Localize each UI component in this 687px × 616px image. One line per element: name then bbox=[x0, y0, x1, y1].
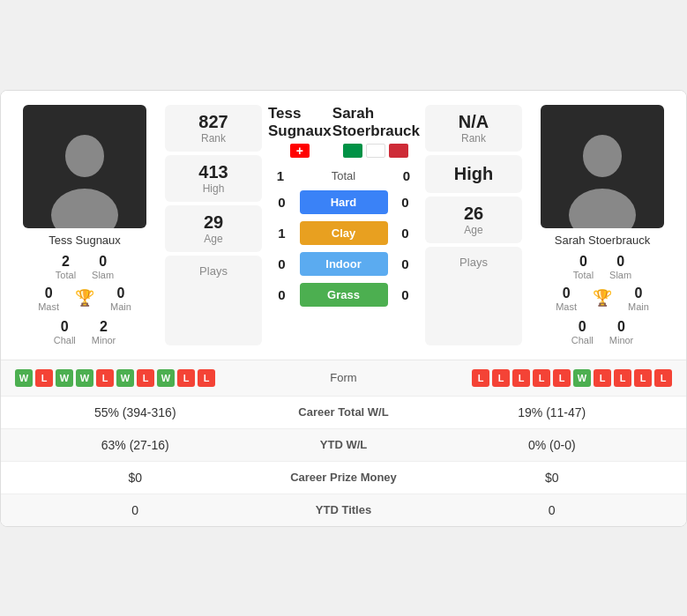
form-badge: W bbox=[76, 369, 93, 387]
right-rank-value: N/A bbox=[429, 112, 519, 132]
right-rank-label: Rank bbox=[429, 132, 519, 145]
form-badge: L bbox=[137, 369, 154, 387]
form-badge: L bbox=[198, 369, 215, 387]
right-form-badges: LLLLLWLLLL bbox=[395, 369, 673, 387]
stats-center-1: YTD W/L bbox=[256, 438, 432, 451]
left-total-label: Total bbox=[56, 270, 76, 280]
right-total-value: 0 bbox=[579, 254, 587, 270]
right-high-box: High bbox=[425, 155, 522, 193]
right-chall-stat: 0 Chall bbox=[571, 319, 594, 345]
hard-right-count: 0 bbox=[395, 195, 416, 210]
left-flag-row bbox=[290, 144, 310, 158]
left-chall-value: 0 bbox=[61, 319, 69, 335]
right-high-value: High bbox=[429, 164, 519, 184]
surface-grass-btn[interactable]: Grass bbox=[300, 283, 388, 307]
right-total-stat: 0 Total bbox=[573, 254, 594, 280]
left-chall-label: Chall bbox=[54, 335, 76, 345]
form-badge: L bbox=[553, 369, 571, 387]
form-badge: L bbox=[654, 369, 672, 387]
left-rank-value: 827 bbox=[168, 112, 258, 132]
left-high-box: 413 High bbox=[165, 155, 262, 202]
right-flag-1 bbox=[343, 144, 362, 158]
grass-left-count: 0 bbox=[272, 287, 293, 302]
left-total-value: 2 bbox=[62, 254, 70, 270]
left-high-value: 413 bbox=[168, 162, 258, 182]
left-minor-label: Minor bbox=[92, 335, 116, 345]
right-header-name: SarahStoerbrauck bbox=[332, 105, 420, 141]
form-badge: W bbox=[15, 369, 33, 387]
center-column: TessSugnaux SarahStoerbrauck 1 bbox=[267, 105, 420, 345]
left-player-name: Tess Sugnaux bbox=[49, 234, 121, 247]
surface-row-hard: 0 Hard 0 bbox=[267, 190, 420, 214]
left-plays-label: Plays bbox=[199, 264, 228, 278]
left-stats-row2: 0 Mast 🏆 0 Main bbox=[38, 286, 131, 312]
form-badge: L bbox=[96, 369, 114, 387]
left-minor-stat: 2 Minor bbox=[92, 319, 116, 345]
surface-row-clay: 1 Clay 0 bbox=[267, 221, 420, 245]
left-stats-row3: 0 Chall 2 Minor bbox=[54, 319, 116, 345]
hard-left-count: 0 bbox=[272, 195, 293, 210]
stats-left-3: 0 bbox=[15, 503, 256, 517]
left-player-card: Tess Sugnaux 2 Total 0 Slam 0 Mast 🏆 bbox=[10, 105, 160, 345]
right-minor-stat: 0 Minor bbox=[609, 319, 634, 345]
left-player-avatar bbox=[23, 105, 146, 228]
right-trophy-icon: 🏆 bbox=[593, 288, 612, 308]
right-plays-box: Plays bbox=[425, 247, 522, 345]
left-main-label: Main bbox=[110, 301, 131, 312]
right-player-card: Sarah Stoerbrauck 0 Total 0 Slam 0 Mast … bbox=[527, 105, 677, 345]
right-chall-label: Chall bbox=[571, 335, 594, 345]
right-age-box: 26 Age bbox=[425, 197, 522, 243]
surface-clay-btn[interactable]: Clay bbox=[300, 221, 388, 245]
left-chall-stat: 0 Chall bbox=[54, 319, 76, 345]
stats-left-1: 63% (27-16) bbox=[15, 438, 256, 452]
right-mast-value: 0 bbox=[563, 286, 571, 301]
form-label: Form bbox=[300, 371, 388, 384]
right-minor-label: Minor bbox=[609, 335, 634, 345]
left-slam-value: 0 bbox=[99, 254, 107, 270]
stats-center-0: Career Total W/L bbox=[256, 405, 432, 419]
right-middle-stats: N/A Rank High 26 Age Plays bbox=[425, 105, 522, 345]
form-badge: L bbox=[614, 369, 631, 387]
left-mast-value: 0 bbox=[45, 286, 53, 301]
right-player-name: Sarah Stoerbrauck bbox=[555, 234, 650, 247]
stats-right-2: $0 bbox=[432, 471, 673, 485]
surface-indoor-btn[interactable]: Indoor bbox=[300, 252, 388, 276]
stats-row: 55% (394-316) Career Total W/L 19% (11-4… bbox=[1, 396, 686, 428]
right-flag-row bbox=[343, 144, 408, 158]
stats-row: $0 Career Prize Money $0 bbox=[1, 461, 686, 494]
left-high-label: High bbox=[168, 182, 258, 195]
right-mast-stat: 0 Mast bbox=[556, 286, 577, 312]
right-flag-2 bbox=[366, 144, 385, 158]
form-badge: L bbox=[634, 369, 652, 387]
left-plays-box: Plays bbox=[165, 256, 262, 345]
stats-center-3: YTD Titles bbox=[256, 503, 432, 516]
indoor-left-count: 0 bbox=[272, 256, 293, 271]
right-stats-row3: 0 Chall 0 Minor bbox=[571, 319, 634, 345]
stats-right-3: 0 bbox=[432, 503, 673, 517]
form-badge: L bbox=[35, 369, 53, 387]
left-flag bbox=[290, 144, 310, 158]
left-total-stat: 2 Total bbox=[56, 254, 76, 280]
stats-table: 55% (394-316) Career Total W/L 19% (11-4… bbox=[1, 396, 686, 526]
stats-left-2: $0 bbox=[15, 471, 256, 485]
left-header-block: TessSugnaux bbox=[267, 105, 332, 166]
top-section: Tess Sugnaux 2 Total 0 Slam 0 Mast 🏆 bbox=[1, 91, 686, 360]
left-trophy-icon: 🏆 bbox=[75, 288, 94, 308]
svg-point-0 bbox=[65, 135, 104, 177]
total-left-value: 1 bbox=[267, 168, 294, 183]
form-badge: L bbox=[594, 369, 611, 387]
right-mast-label: Mast bbox=[556, 301, 577, 312]
surface-row-indoor: 0 Indoor 0 bbox=[267, 252, 420, 276]
form-badge: L bbox=[492, 369, 510, 387]
form-badge: W bbox=[573, 369, 591, 387]
left-mast-stat: 0 Mast bbox=[38, 286, 59, 312]
right-stats-row1: 0 Total 0 Slam bbox=[573, 254, 631, 280]
total-right-value: 0 bbox=[393, 168, 420, 183]
form-section: WLWWLWLWLL Form LLLLLWLLLL bbox=[1, 360, 686, 396]
left-age-value: 29 bbox=[168, 212, 258, 233]
surface-hard-btn[interactable]: Hard bbox=[300, 190, 388, 214]
left-age-label: Age bbox=[168, 233, 258, 245]
indoor-right-count: 0 bbox=[395, 256, 416, 271]
right-main-stat: 0 Main bbox=[628, 286, 649, 312]
form-badge: L bbox=[472, 369, 489, 387]
